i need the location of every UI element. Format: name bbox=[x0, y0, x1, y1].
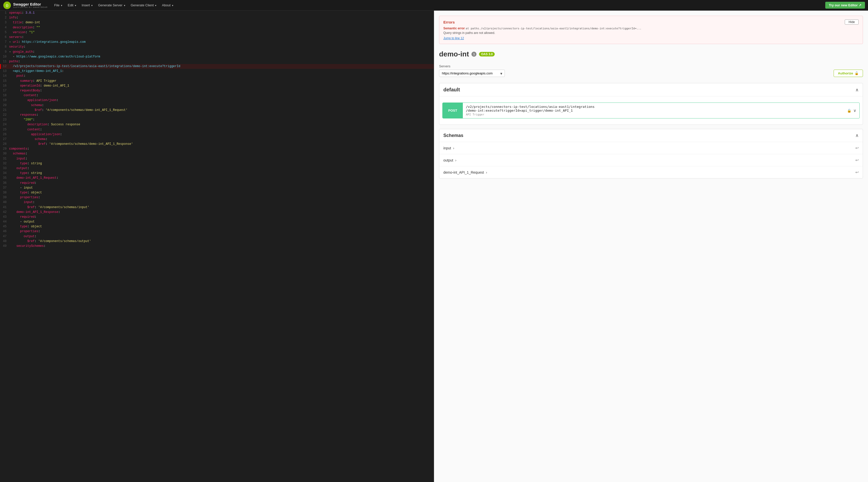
error-title: Errors Hide bbox=[443, 20, 859, 25]
editor-line: 10 - https://www.googleapis.com/auth/clo… bbox=[0, 54, 434, 59]
chevron-up-icon: ∧ bbox=[855, 87, 859, 93]
editor-line: 5 version: "1" bbox=[0, 30, 434, 35]
editor-line: 41 $ref: '#/components/schemas/input' bbox=[0, 205, 434, 210]
editor-line: 7 - url: https://integrations.googleapis… bbox=[0, 40, 434, 45]
editor-line: 9 - google_auth: bbox=[0, 50, 434, 54]
schema-item-request[interactable]: demo-int_API_1_Request › ↩ bbox=[439, 166, 863, 178]
hide-errors-button[interactable]: Hide bbox=[845, 20, 859, 25]
schemas-title: Schemas bbox=[443, 133, 463, 138]
editor-line: 15 summary: API Trigger bbox=[0, 79, 434, 84]
servers-row: https://integrations.googleapis.com Auth… bbox=[439, 69, 863, 77]
endpoint-path: /v2/projects/connectors-ip-test/location… bbox=[463, 103, 844, 118]
editor-line: 17 requestBody: bbox=[0, 88, 434, 93]
schema-item-output[interactable]: output › ↩ bbox=[439, 154, 863, 166]
navbar: {} Swagger Editor SUPPORTED BY SMARTBEAR… bbox=[0, 0, 868, 11]
editor-line: 39 properties: bbox=[0, 195, 434, 200]
api-title: demo-int bbox=[439, 50, 469, 58]
editor-line: 49 securitySchemes: bbox=[0, 244, 434, 249]
server-select[interactable]: https://integrations.googleapis.com bbox=[439, 69, 505, 77]
schema-return-icon-3: ↩ bbox=[855, 170, 859, 175]
schema-return-icon: ↩ bbox=[855, 146, 859, 150]
authorize-button[interactable]: Authorize 🔓 bbox=[834, 69, 863, 77]
schema-name-request: demo-int_API_1_Request › bbox=[443, 170, 487, 174]
default-section-body: POST /v2/projects/connectors-ip-test/loc… bbox=[439, 96, 863, 124]
error-message: Semantic error at paths./v2/projects/con… bbox=[443, 27, 859, 30]
jump-to-line-link[interactable]: Jump to line 12 bbox=[443, 36, 464, 40]
editor-line: 6 servers: bbox=[0, 35, 434, 40]
editor-line: 40 input: bbox=[0, 200, 434, 205]
editor-line: 36 required: bbox=[0, 181, 434, 186]
endpoint-right: 🔒 ∨ bbox=[844, 103, 859, 118]
editor-line: 37 - input bbox=[0, 186, 434, 190]
error-detail: Query strings in paths are not allowed. bbox=[443, 31, 859, 35]
editor-line: 31 input: bbox=[0, 157, 434, 161]
badge-info: 1 bbox=[471, 52, 476, 57]
default-section: default ∧ POST /v2/projects/connectors-i… bbox=[439, 83, 863, 125]
svg-text:{}: {} bbox=[6, 4, 9, 7]
default-section-title: default bbox=[443, 87, 460, 93]
main-layout: 1 openapi: 3.0.1 2 info: 3 title: demo-i… bbox=[0, 11, 868, 482]
nav-item-insert[interactable]: Insert ▾ bbox=[79, 2, 95, 8]
schemas-header[interactable]: Schemas ∧ bbox=[439, 129, 863, 142]
editor-line: 8 security: bbox=[0, 45, 434, 49]
nav-item-edit[interactable]: Edit ▾ bbox=[65, 2, 79, 8]
errors-heading: Errors bbox=[443, 20, 455, 24]
editor-line: 25 content: bbox=[0, 127, 434, 132]
error-path: at paths./v2/projects/connectors-ip-test… bbox=[466, 27, 641, 30]
editor-line: 33 output: bbox=[0, 166, 434, 171]
logo: {} Swagger Editor SUPPORTED BY SMARTBEAR bbox=[3, 1, 48, 9]
expand-icon[interactable]: ∨ bbox=[853, 108, 856, 113]
method-badge: POST bbox=[443, 103, 463, 118]
editor-line: 21 $ref: '#/components/schemas/demo-int_… bbox=[0, 108, 434, 113]
editor-line: 2 info: bbox=[0, 16, 434, 20]
semantic-error-label: Semantic error bbox=[443, 27, 465, 30]
editor-line: 11 paths: bbox=[0, 59, 434, 64]
try-editor-button[interactable]: Try our new Editor ↗ bbox=[825, 2, 865, 9]
endpoint-lock-icon: 🔒 bbox=[847, 109, 851, 113]
editor-line: 20 schema: bbox=[0, 103, 434, 108]
editor-line: 42 demo-int_API_1_Response: bbox=[0, 210, 434, 215]
lock-icon: 🔓 bbox=[855, 72, 859, 75]
editor-panel[interactable]: 1 openapi: 3.0.1 2 info: 3 title: demo-i… bbox=[0, 11, 434, 482]
logo-sub-text: SUPPORTED BY SMARTBEAR bbox=[13, 6, 48, 8]
editor-line: 48 $ref: '#/components/schemas/output' bbox=[0, 239, 434, 244]
editor-line: 46 properties: bbox=[0, 229, 434, 234]
schema-return-icon-2: ↩ bbox=[855, 158, 859, 163]
nav-item-generate-client[interactable]: Generate Client ▾ bbox=[128, 2, 159, 8]
editor-line: 18 content: bbox=[0, 93, 434, 98]
servers-label: Servers bbox=[439, 64, 863, 68]
editor-line: 3 title: demo-int bbox=[0, 20, 434, 25]
schemas-section: Schemas ∧ input › ↩ output › ↩ demo-int_… bbox=[439, 129, 863, 178]
editor-line: 43 required: bbox=[0, 215, 434, 220]
editor-line: 26 application/json: bbox=[0, 132, 434, 137]
editor-line: 1 openapi: 3.0.1 bbox=[0, 11, 434, 16]
editor-line: 34 type: string bbox=[0, 171, 434, 176]
editor-line: 27 schema: bbox=[0, 137, 434, 142]
schema-item-input[interactable]: input › ↩ bbox=[439, 142, 863, 154]
editor-line: 32 type: string bbox=[0, 161, 434, 166]
badge-oas: OAS 3.0 bbox=[479, 52, 495, 56]
endpoint-summary: API Trigger bbox=[466, 113, 841, 116]
editor-line: 35 demo-int_API_1_Request: bbox=[0, 176, 434, 180]
editor-line: 29 components: bbox=[0, 147, 434, 151]
nav-item-about[interactable]: About ▾ bbox=[159, 2, 176, 8]
editor-line: 38 type: object bbox=[0, 190, 434, 195]
authorize-label: Authorize bbox=[838, 72, 853, 75]
endpoint-row[interactable]: POST /v2/projects/connectors-ip-test/loc… bbox=[442, 103, 860, 118]
editor-line: 13 =api_trigger/demo-int_API_1: bbox=[0, 69, 434, 74]
editor-line: 24 description: Success response bbox=[0, 122, 434, 127]
editor-line: 4 description: "" bbox=[0, 25, 434, 30]
editor-line: 44 - output bbox=[0, 220, 434, 224]
editor-line: 14 post: bbox=[0, 74, 434, 79]
nav-item-file[interactable]: File ▾ bbox=[52, 2, 65, 8]
editor-line-error: 12 /v2/projects/connectors-ip-test/locat… bbox=[0, 64, 434, 69]
default-section-header[interactable]: default ∧ bbox=[439, 83, 863, 96]
endpoint-path-text: /v2/projects/connectors-ip-test/location… bbox=[466, 105, 841, 112]
swagger-logo-icon: {} bbox=[3, 1, 11, 9]
schema-name-input: input › bbox=[443, 146, 454, 150]
editor-line: 23 "200": bbox=[0, 117, 434, 122]
nav-item-generate-server[interactable]: Generate Server ▾ bbox=[96, 2, 128, 8]
server-select-wrapper[interactable]: https://integrations.googleapis.com bbox=[439, 69, 505, 77]
editor-line: 22 responses: bbox=[0, 113, 434, 117]
editor-line: 47 output: bbox=[0, 234, 434, 239]
